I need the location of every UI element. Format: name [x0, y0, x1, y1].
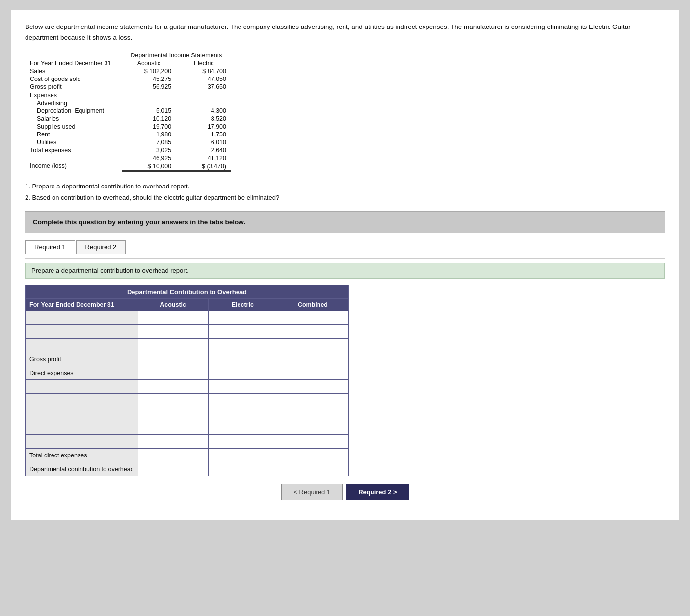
table-row — [26, 311, 349, 325]
nav-buttons: < Required 1 Required 2 > — [25, 484, 665, 500]
input-r8-combined[interactable] — [281, 424, 345, 431]
input-de-acoustic[interactable] — [142, 369, 204, 376]
contrib-col-combined: Combined — [277, 299, 348, 311]
table-row-total-direct: Total direct expenses — [26, 449, 349, 462]
input-r2-acoustic[interactable] — [142, 328, 204, 335]
input-r2-combined[interactable] — [281, 328, 345, 335]
tab-required1[interactable]: Required 1 — [25, 240, 75, 254]
contrib-table: Departmental Contribution to Overhead Fo… — [25, 285, 349, 476]
table-row — [26, 325, 349, 339]
contrib-col-electric: Electric — [208, 299, 277, 311]
table-row-contrib-overhead: Departmental contribution to overhead — [26, 462, 349, 476]
tabs-row: Required 1 Required 2 — [25, 240, 665, 254]
input-r7-combined[interactable] — [281, 410, 345, 418]
section-divider — [25, 258, 665, 259]
is-subtitle-row: For Year Ended December 31 Acoustic Elec… — [25, 59, 231, 67]
is-row-total-expenses: 46,925 41,120 — [25, 154, 231, 162]
sub-instruction-text: Prepare a departmental contribution to o… — [31, 267, 189, 274]
input-r1-combined[interactable] — [281, 314, 345, 321]
input-gp-electric[interactable] — [212, 355, 273, 363]
table-row — [26, 380, 349, 394]
table-row — [26, 435, 349, 449]
is-col-electric: Electric — [176, 59, 231, 67]
input-dcoh-combined[interactable] — [281, 465, 345, 473]
intro-text: Below are departmental income statements… — [25, 22, 665, 43]
input-r3-combined[interactable] — [281, 342, 345, 349]
is-row-income-loss: Income (loss) $ 10,000 $ (3,470) — [25, 162, 231, 171]
table-row — [26, 394, 349, 407]
input-r6-combined[interactable] — [281, 397, 345, 404]
input-de-combined[interactable] — [281, 369, 345, 376]
is-row-advertising: Advertising — [25, 99, 231, 107]
contrib-col-acoustic: Acoustic — [138, 299, 208, 311]
sub-instruction: Prepare a departmental contribution to o… — [25, 263, 665, 279]
input-r8-electric[interactable] — [212, 424, 273, 431]
input-r5-acoustic[interactable] — [142, 383, 204, 390]
input-de-electric[interactable] — [212, 369, 273, 376]
income-statement-table: Departmental Income Statements For Year … — [25, 52, 231, 172]
next-button[interactable]: Required 2 > — [346, 484, 408, 500]
input-r6-acoustic[interactable] — [142, 397, 204, 404]
input-r7-electric[interactable] — [212, 410, 273, 418]
is-row-sales: Sales $ 102,200 $ 84,700 — [25, 67, 231, 75]
input-gp-acoustic[interactable] — [142, 355, 204, 363]
is-subtitle: For Year Ended December 31 — [25, 59, 122, 67]
prev-button[interactable]: < Required 1 — [281, 484, 343, 500]
input-gp-combined[interactable] — [281, 355, 345, 363]
table-row — [26, 407, 349, 421]
input-r9-acoustic[interactable] — [142, 438, 204, 445]
contrib-subheader-row: For Year Ended December 31 Acoustic Elec… — [26, 299, 349, 311]
question-2: 2. Based on contribution to overhead, sh… — [25, 192, 665, 203]
complete-box: Complete this question by entering your … — [25, 211, 665, 233]
is-row-depreciation: Depreciation–Equipment 5,015 4,300 — [25, 107, 231, 115]
is-row-expenses-header: Expenses — [25, 91, 231, 99]
is-row-misc: Total expenses 3,025 2,640 — [25, 146, 231, 154]
table-row — [26, 339, 349, 352]
questions-section: 1. Prepare a departmental contribution t… — [25, 181, 665, 204]
input-tde-combined[interactable] — [281, 452, 345, 459]
input-r1-acoustic[interactable] — [142, 314, 204, 321]
table-row — [26, 421, 349, 435]
input-r7-acoustic[interactable] — [142, 410, 204, 418]
input-r8-acoustic[interactable] — [142, 424, 204, 431]
gross-profit-label: Gross profit — [26, 352, 138, 366]
direct-expenses-label: Direct expenses — [26, 366, 138, 380]
table-row-gross-profit: Gross profit — [26, 352, 349, 366]
main-page: Below are departmental income statements… — [11, 10, 679, 520]
question-1: 1. Prepare a departmental contribution t… — [25, 181, 665, 192]
input-r9-electric[interactable] — [212, 438, 273, 445]
input-r3-acoustic[interactable] — [142, 342, 204, 349]
contrib-table-wrap: Departmental Contribution to Overhead Fo… — [25, 285, 665, 476]
total-direct-label: Total direct expenses — [26, 449, 138, 462]
input-r5-combined[interactable] — [281, 383, 345, 390]
tab-required2[interactable]: Required 2 — [76, 240, 126, 254]
table-row-direct-expenses: Direct expenses — [26, 366, 349, 380]
contrib-overhead-label: Departmental contribution to overhead — [26, 462, 138, 476]
input-r2-electric[interactable] — [212, 328, 273, 335]
is-row-cogs: Cost of goods sold 45,275 47,050 — [25, 75, 231, 83]
is-row-rent: Rent 1,980 1,750 — [25, 131, 231, 138]
input-r3-electric[interactable] — [212, 342, 273, 349]
contrib-subheader-label: For Year Ended December 31 — [26, 299, 138, 311]
contrib-title: Departmental Contribution to Overhead — [26, 285, 349, 299]
is-col-acoustic: Acoustic — [122, 59, 177, 67]
input-dcoh-electric[interactable] — [212, 465, 273, 473]
is-title: Departmental Income Statements — [122, 52, 231, 59]
input-tde-electric[interactable] — [212, 452, 273, 459]
input-r9-combined[interactable] — [281, 438, 345, 445]
contrib-title-row: Departmental Contribution to Overhead — [26, 285, 349, 299]
input-dcoh-acoustic[interactable] — [142, 465, 204, 473]
input-r6-electric[interactable] — [212, 397, 273, 404]
is-row-gross-profit: Gross profit 56,925 37,650 — [25, 83, 231, 91]
is-title-row: Departmental Income Statements — [25, 52, 231, 59]
is-row-salaries: Salaries 10,120 8,520 — [25, 115, 231, 123]
is-row-supplies: Supplies used 19,700 17,900 — [25, 123, 231, 131]
is-row-utilities: Utilities 7,085 6,010 — [25, 138, 231, 146]
input-r1-electric[interactable] — [212, 314, 273, 321]
income-statement-section: Departmental Income Statements For Year … — [25, 52, 665, 172]
input-r5-electric[interactable] — [212, 383, 273, 390]
input-tde-acoustic[interactable] — [142, 452, 204, 459]
complete-box-text: Complete this question by entering your … — [33, 218, 245, 226]
